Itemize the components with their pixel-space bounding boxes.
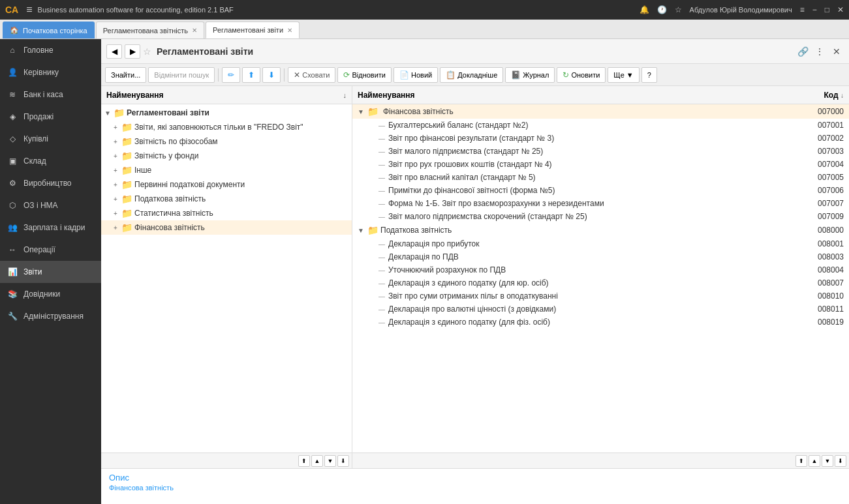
maximize-icon[interactable]: □ [825, 5, 829, 14]
toolbar-separator-1 [218, 68, 219, 82]
sidebar-item-production[interactable]: ⚙ Виробництво [0, 172, 101, 194]
close-page-icon[interactable]: ✕ [829, 44, 844, 59]
sidebar-item-sales[interactable]: ◈ Продажі [0, 106, 101, 128]
hide-button[interactable]: ✕ Сховати [288, 67, 335, 83]
fondy-toggle[interactable]: + [112, 152, 119, 160]
rt-row-008003[interactable]: — Декларація по ПДВ 008003 [352, 250, 849, 263]
settings-icon[interactable]: ≡ [800, 5, 805, 14]
sidebar-item-operations[interactable]: ↔ Операції [0, 239, 101, 261]
tab-regulated-reports[interactable]: Регламентована звітність ✕ [96, 22, 204, 38]
sidebar-item-fixed-assets[interactable]: ⬡ ОЗ і НМА [0, 194, 101, 216]
podatky-toggle[interactable]: + [112, 195, 119, 203]
root-toggle[interactable]: ▼ [104, 109, 112, 117]
rt-row-007002[interactable]: — Звіт про фінансові результати (стандар… [352, 132, 849, 145]
tree-item-fiz[interactable]: + 📁 Звітність по фізособам [101, 134, 352, 149]
tree-item-finansy[interactable]: + 📁 Фінансова звітність [101, 220, 352, 235]
tab-home[interactable]: 🏠 Початкова сторінка [3, 22, 95, 38]
rt-row-008004[interactable]: — Уточнюючий розрахунок по ПДВ 008004 [352, 263, 849, 276]
history-icon[interactable]: 🕐 [657, 5, 667, 14]
sidebar-item-warehouse[interactable]: ▣ Склад [0, 150, 101, 172]
rt-row-007009[interactable]: — Звіт малого підприємства скорочений (с… [352, 210, 849, 223]
rt-finansova-toggle[interactable]: ▼ [358, 108, 365, 115]
rt-group-podatky[interactable]: ▼ 📁 Податкова звітність 008000 [352, 223, 849, 237]
rt-row-008011[interactable]: — Декларація про валютні цінності (з дов… [352, 303, 849, 316]
tab-regulated-reports-list[interactable]: Регламентовані звіти ✕ [206, 22, 300, 38]
download-icon: ⬇ [268, 70, 275, 80]
right-scroll-bottom[interactable]: ⬇ [835, 455, 846, 467]
code-sort-icon[interactable]: ↓ [841, 92, 844, 99]
details-button[interactable]: 📋 Докладніше [440, 67, 503, 83]
journal-button[interactable]: 📓 Журнал [505, 67, 555, 83]
favorites-icon[interactable]: ☆ [675, 5, 682, 14]
details-icon: 📋 [446, 70, 455, 80]
tree-item-fondy[interactable]: + 📁 Звітність у фонди [101, 149, 352, 163]
finansy-toggle[interactable]: + [112, 224, 119, 231]
sidebar-item-bank[interactable]: ≋ Банк і каса [0, 83, 101, 106]
description-title[interactable]: Опис [109, 473, 841, 482]
bookmark-button[interactable]: ☆ [143, 46, 151, 57]
rt-row-007006[interactable]: — Примітки до фінансової звітності (форм… [352, 184, 849, 197]
link-icon[interactable]: 🔗 [795, 44, 810, 59]
insche-toggle[interactable]: + [112, 166, 119, 174]
refresh-button[interactable]: ↻ Оновити [557, 67, 606, 83]
tree-root[interactable]: ▼ 📁 Регламентовані звіти [101, 106, 352, 120]
root-label: Регламентовані звіти [127, 108, 209, 117]
rt-podatky-toggle[interactable]: ▼ [358, 227, 365, 234]
right-scroll-down[interactable]: ▼ [822, 455, 833, 467]
bell-icon[interactable]: 🔔 [640, 5, 649, 14]
tree-item-fredo[interactable]: + 📁 Звіти, які заповнюються тільки в "FR… [101, 120, 352, 134]
sidebar-item-home[interactable]: ⌂ Головне [0, 39, 101, 61]
rt-row-008019[interactable]: — Декларація з єдиного податку (для фіз.… [352, 316, 849, 329]
sidebar-item-manager[interactable]: 👤 Керівнику [0, 61, 101, 83]
left-pane-header: Найменування ↓ [101, 86, 352, 104]
upload-button[interactable]: ⬆ [242, 67, 260, 83]
find-button[interactable]: Знайти... [105, 67, 146, 83]
rt-row-007004[interactable]: — Звіт про рух грошових коштів (стандарт… [352, 158, 849, 171]
reports-icon: 📊 [7, 266, 18, 278]
left-scroll-top[interactable]: ⬆ [298, 455, 310, 467]
left-scroll-up[interactable]: ▲ [311, 455, 323, 467]
tree-item-podatky[interactable]: + 📁 Податкова звітність [101, 192, 352, 206]
fredo-toggle[interactable]: + [112, 123, 119, 131]
menu-icon[interactable]: ≡ [26, 4, 32, 16]
tree-item-statystyka[interactable]: + 📁 Статистична звітність [101, 206, 352, 220]
help-button[interactable]: ? [641, 67, 657, 83]
back-button[interactable]: ◀ [106, 44, 122, 59]
close-tab-regulated-reports[interactable]: ✕ [192, 27, 197, 34]
fiz-toggle[interactable]: + [112, 138, 119, 145]
download-button[interactable]: ⬇ [262, 67, 281, 83]
tree-item-pervynni[interactable]: + 📁 Первинні податкові документи [101, 177, 352, 192]
more-button[interactable]: Ще ▼ [608, 67, 639, 83]
cancel-search-button[interactable]: Відмінити пошук [148, 67, 215, 83]
rt-group-finansova[interactable]: ▼ 📁 Фінансова звітність 007000 [352, 104, 849, 119]
left-scroll-bottom[interactable]: ⬇ [337, 455, 349, 467]
rt-row-007003[interactable]: — Звіт малого підприємства (стандарт № 2… [352, 145, 849, 158]
right-scroll-top[interactable]: ⬆ [795, 455, 807, 467]
rt-row-008001[interactable]: — Декларація про прибуток 008001 [352, 237, 849, 250]
sidebar-item-purchases[interactable]: ◇ Купівлі [0, 128, 101, 150]
sidebar-item-reports[interactable]: 📊 Звіти [0, 261, 101, 283]
rt-row-007001[interactable]: — Бухгалтерський баланс (стандарт №2) 00… [352, 119, 849, 132]
left-scroll-down[interactable]: ▼ [324, 455, 336, 467]
sidebar-item-payroll[interactable]: 👥 Зарплата і кадри [0, 216, 101, 239]
restore-button[interactable]: ⟳ Відновити [337, 67, 392, 83]
new-button[interactable]: 📄 Новий [394, 67, 438, 83]
more-options-icon[interactable]: ⋮ [812, 44, 827, 59]
rt-row-007007[interactable]: — Форма № 1-Б. Звіт про взаєморозрахунки… [352, 197, 849, 210]
close-tab-regulated-reports-list[interactable]: ✕ [287, 27, 292, 34]
minimize-icon[interactable]: − [812, 5, 817, 14]
forward-button[interactable]: ▶ [125, 44, 140, 59]
statystyka-toggle[interactable]: + [112, 209, 119, 217]
right-scroll-up[interactable]: ▲ [809, 455, 820, 467]
close-icon[interactable]: ✕ [837, 5, 844, 14]
rt-dash-007002: — [378, 135, 386, 142]
rt-row-008007[interactable]: — Декларація з єдиного податку (для юр. … [352, 276, 849, 289]
rt-row-008010[interactable]: — Звіт про суми отриманих пільг в оподат… [352, 289, 849, 303]
edit-button[interactable]: ✏ [222, 67, 240, 83]
sidebar-item-references[interactable]: 📚 Довідники [0, 283, 101, 305]
left-sort-icon[interactable]: ↓ [343, 91, 347, 99]
sidebar-item-administration[interactable]: 🔧 Адміністрування [0, 305, 101, 327]
rt-row-007005[interactable]: — Звіт про власний капітал (стандарт № 5… [352, 171, 849, 184]
pervynni-toggle[interactable]: + [112, 181, 119, 188]
tree-item-insche[interactable]: + 📁 Інше [101, 163, 352, 177]
